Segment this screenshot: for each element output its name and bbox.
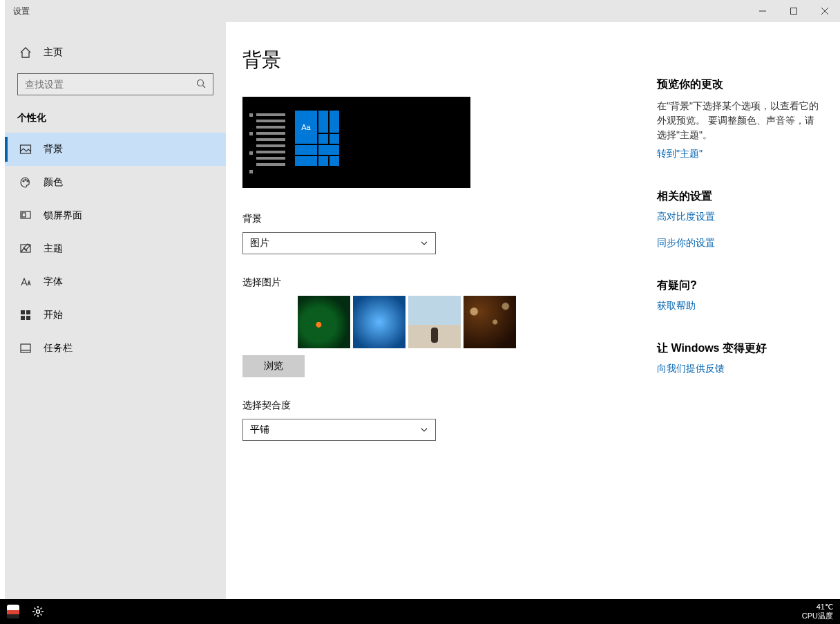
settings-gear-icon[interactable] bbox=[28, 601, 48, 622]
maximize-button[interactable] bbox=[778, 0, 809, 22]
thumbnail-current[interactable] bbox=[242, 296, 295, 348]
sidebar: 主页 个性化 背景 bbox=[5, 22, 226, 599]
svg-point-8 bbox=[25, 179, 26, 180]
background-label: 背景 bbox=[242, 213, 629, 225]
svg-rect-11 bbox=[22, 213, 26, 217]
window-controls bbox=[747, 0, 840, 22]
thumbnail-2[interactable] bbox=[353, 296, 405, 348]
svg-point-9 bbox=[27, 180, 28, 182]
high-contrast-link[interactable]: 高对比度设置 bbox=[657, 211, 823, 223]
sidebar-item-label: 字体 bbox=[44, 276, 63, 288]
sidebar-item-taskbar[interactable]: 任务栏 bbox=[5, 332, 226, 365]
picture-icon bbox=[19, 142, 32, 156]
taskbar-temperature-widget[interactable]: 41℃ CPU温度 bbox=[802, 603, 833, 621]
image-thumbnails bbox=[242, 296, 629, 348]
browse-button[interactable]: 浏览 bbox=[242, 355, 305, 377]
question-heading: 有疑问? bbox=[657, 278, 823, 293]
home-label: 主页 bbox=[44, 46, 63, 59]
sidebar-item-label: 锁屏界面 bbox=[44, 209, 82, 222]
theme-icon bbox=[19, 242, 32, 256]
feedback-heading: 让 Windows 变得更好 bbox=[657, 341, 823, 356]
right-panel: 预览你的更改 在"背景"下选择某个选项，以查看它的外观预览。 要调整颜色、声音等… bbox=[657, 47, 823, 583]
preview-heading: 预览你的更改 bbox=[657, 77, 823, 92]
background-dropdown[interactable]: 图片 bbox=[242, 232, 436, 254]
get-help-link[interactable]: 获取帮助 bbox=[657, 300, 823, 312]
svg-rect-13 bbox=[21, 310, 25, 314]
search-box[interactable] bbox=[17, 73, 213, 95]
fit-dropdown-value: 平铺 bbox=[250, 424, 269, 436]
svg-rect-16 bbox=[26, 316, 30, 320]
minimize-button[interactable] bbox=[747, 0, 778, 22]
svg-rect-6 bbox=[21, 145, 31, 153]
sidebar-item-fonts[interactable]: 字体 bbox=[5, 265, 226, 299]
thumbnail-3[interactable] bbox=[408, 296, 461, 348]
sidebar-item-background[interactable]: 背景 bbox=[5, 133, 226, 166]
svg-point-4 bbox=[198, 80, 204, 86]
sidebar-section-title: 个性化 bbox=[5, 108, 226, 133]
feedback-link[interactable]: 向我们提供反馈 bbox=[657, 363, 823, 375]
background-dropdown-value: 图片 bbox=[250, 237, 269, 249]
titlebar: 设置 bbox=[5, 0, 840, 22]
lockscreen-icon bbox=[19, 209, 32, 223]
sidebar-item-start[interactable]: 开始 bbox=[5, 299, 226, 332]
window-title: 设置 bbox=[5, 6, 30, 17]
svg-point-7 bbox=[23, 180, 24, 182]
sidebar-item-label: 颜色 bbox=[44, 176, 63, 189]
svg-point-19 bbox=[37, 610, 40, 614]
sidebar-item-label: 任务栏 bbox=[44, 342, 73, 354]
related-heading: 相关的设置 bbox=[657, 189, 823, 204]
thumbnail-4[interactable] bbox=[464, 296, 516, 348]
fit-label: 选择契合度 bbox=[242, 399, 629, 412]
sidebar-item-label: 背景 bbox=[44, 143, 63, 155]
cpu-temp-label: CPU温度 bbox=[802, 612, 833, 621]
sidebar-item-label: 主题 bbox=[44, 243, 63, 255]
desktop-preview: Aa bbox=[242, 97, 470, 188]
close-button[interactable] bbox=[809, 0, 840, 22]
start-icon bbox=[19, 308, 32, 322]
svg-rect-17 bbox=[21, 344, 30, 352]
preview-text: 在"背景"下选择某个选项，以查看它的外观预览。 要调整颜色、声音等，请选择"主题… bbox=[657, 99, 823, 142]
search-icon bbox=[196, 79, 207, 90]
taskbar-icon bbox=[19, 341, 32, 355]
sidebar-item-lockscreen[interactable]: 锁屏界面 bbox=[5, 199, 226, 232]
sidebar-item-themes[interactable]: 主题 bbox=[5, 232, 226, 265]
theme-link[interactable]: 转到"主题" bbox=[657, 148, 823, 160]
svg-rect-15 bbox=[21, 316, 25, 320]
page-title: 背景 bbox=[242, 47, 629, 73]
home-link[interactable]: 主页 bbox=[5, 39, 226, 66]
sync-settings-link[interactable]: 同步你的设置 bbox=[657, 237, 823, 249]
fit-dropdown[interactable]: 平铺 bbox=[242, 419, 436, 441]
cpu-temp-value: 41℃ bbox=[802, 603, 833, 612]
font-icon bbox=[19, 275, 32, 289]
os-taskbar[interactable]: 41℃ CPU温度 bbox=[0, 599, 840, 624]
preview-sample-text: Aa bbox=[295, 111, 317, 144]
sidebar-item-label: 开始 bbox=[44, 309, 63, 321]
palette-icon bbox=[19, 176, 32, 189]
search-input[interactable] bbox=[25, 79, 196, 90]
taskbar-app-icon[interactable] bbox=[3, 601, 23, 622]
main-content: 背景 Aa bbox=[226, 22, 840, 599]
thumbnail-1[interactable] bbox=[298, 296, 350, 348]
sidebar-item-colors[interactable]: 颜色 bbox=[5, 166, 226, 199]
svg-line-5 bbox=[203, 86, 206, 88]
settings-window: 设置 主页 bbox=[5, 0, 840, 599]
choose-image-label: 选择图片 bbox=[242, 276, 629, 289]
svg-rect-1 bbox=[790, 8, 796, 15]
svg-rect-14 bbox=[26, 310, 30, 314]
chevron-down-icon bbox=[420, 426, 428, 434]
chevron-down-icon bbox=[420, 239, 428, 247]
home-icon bbox=[19, 46, 32, 59]
